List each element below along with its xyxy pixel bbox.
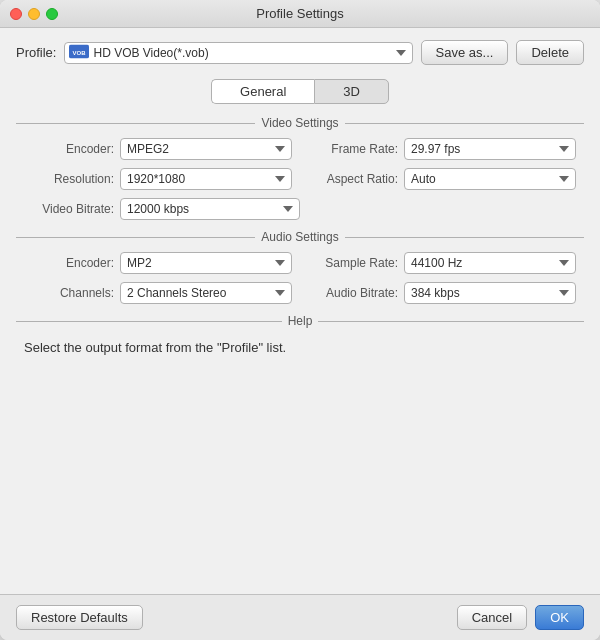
video-bitrate-select-wrap: 1000 kbps 2000 kbps 4000 kbps 8000 kbps … [120,198,300,220]
help-section-line-right [318,321,584,322]
section-line-left [16,123,255,124]
help-title: Help [288,314,313,328]
frame-rate-dropdown[interactable]: 23.976 fps 24 fps 25 fps 29.97 fps 30 fp… [404,138,576,160]
frame-rate-select-wrap: 23.976 fps 24 fps 25 fps 29.97 fps 30 fp… [404,138,576,160]
audio-encoder-row: Encoder: MP2 MP3 AAC AC3 PCM [24,252,292,274]
sample-rate-select-wrap: 22050 Hz 32000 Hz 44100 Hz 48000 Hz [404,252,576,274]
audio-bitrate-select-wrap: 64 kbps 128 kbps 192 kbps 256 kbps 320 k… [404,282,576,304]
restore-defaults-button[interactable]: Restore Defaults [16,605,143,630]
profile-select-container: VOB HD VOB Video(*.vob) [64,42,412,64]
save-as-button[interactable]: Save as... [421,40,509,65]
help-section: Help Select the output format from the "… [16,314,584,359]
video-settings-title: Video Settings [261,116,338,130]
footer-right-buttons: Cancel OK [457,605,584,630]
encoder-row: Encoder: MPEG2 MPEG4 H.264 H.265 [24,138,292,160]
aspect-ratio-select-wrap: Auto 4:3 16:9 [404,168,576,190]
aspect-ratio-row: Aspect Ratio: Auto 4:3 16:9 [308,168,576,190]
sample-rate-dropdown[interactable]: 22050 Hz 32000 Hz 44100 Hz 48000 Hz [404,252,576,274]
video-bitrate-dropdown[interactable]: 1000 kbps 2000 kbps 4000 kbps 8000 kbps … [120,198,300,220]
main-content: Profile: VOB HD VOB Video(*.vob) Save as… [0,28,600,594]
audio-settings-header: Audio Settings [16,230,584,244]
audio-settings-title: Audio Settings [261,230,338,244]
ok-button[interactable]: OK [535,605,584,630]
aspect-ratio-label: Aspect Ratio: [308,172,398,186]
channels-dropdown[interactable]: 1 Channel Mono 2 Channels Stereo 6 Chann… [120,282,292,304]
cancel-button[interactable]: Cancel [457,605,527,630]
audio-settings-section: Audio Settings Encoder: MP2 MP3 AAC AC3 … [16,230,584,304]
resolution-row: Resolution: 640*480 1280*720 1920*1080 3… [24,168,292,190]
aspect-ratio-dropdown[interactable]: Auto 4:3 16:9 [404,168,576,190]
video-bitrate-row-wrap: Video Bitrate: 1000 kbps 2000 kbps 4000 … [16,190,584,220]
traffic-lights [10,8,58,20]
resolution-select-wrap: 640*480 1280*720 1920*1080 3840*2160 [120,168,292,190]
video-settings-header: Video Settings [16,116,584,130]
title-bar: Profile Settings [0,0,600,28]
audio-bitrate-label: Audio Bitrate: [308,286,398,300]
frame-rate-row: Frame Rate: 23.976 fps 24 fps 25 fps 29.… [308,138,576,160]
resolution-dropdown[interactable]: 640*480 1280*720 1920*1080 3840*2160 [120,168,292,190]
delete-button[interactable]: Delete [516,40,584,65]
profile-dropdown[interactable]: HD VOB Video(*.vob) [64,42,412,64]
audio-settings-grid: Encoder: MP2 MP3 AAC AC3 PCM Sample Rate… [16,252,584,304]
section-line-right [345,123,584,124]
encoder-select-wrap: MPEG2 MPEG4 H.264 H.265 [120,138,292,160]
audio-bitrate-dropdown[interactable]: 64 kbps 128 kbps 192 kbps 256 kbps 320 k… [404,282,576,304]
audio-encoder-dropdown[interactable]: MP2 MP3 AAC AC3 PCM [120,252,292,274]
audio-section-line-left [16,237,255,238]
sample-rate-label: Sample Rate: [308,256,398,270]
audio-encoder-label: Encoder: [24,256,114,270]
help-header: Help [16,314,584,328]
help-section-line-left [16,321,282,322]
channels-label: Channels: [24,286,114,300]
profile-label: Profile: [16,45,56,60]
help-text: Select the output format from the "Profi… [16,336,584,359]
close-button[interactable] [10,8,22,20]
video-bitrate-row: Video Bitrate: 1000 kbps 2000 kbps 4000 … [24,198,300,220]
video-bitrate-label: Video Bitrate: [24,202,114,216]
profile-row: Profile: VOB HD VOB Video(*.vob) Save as… [16,40,584,65]
audio-section-line-right [345,237,584,238]
window: Profile Settings Profile: VOB HD VOB Vid… [0,0,600,640]
tab-general[interactable]: General [211,79,314,104]
tab-3d[interactable]: 3D [314,79,389,104]
channels-select-wrap: 1 Channel Mono 2 Channels Stereo 6 Chann… [120,282,292,304]
resolution-label: Resolution: [24,172,114,186]
sample-rate-row: Sample Rate: 22050 Hz 32000 Hz 44100 Hz … [308,252,576,274]
audio-encoder-select-wrap: MP2 MP3 AAC AC3 PCM [120,252,292,274]
tab-bar: General 3D [16,79,584,104]
frame-rate-label: Frame Rate: [308,142,398,156]
audio-bitrate-row: Audio Bitrate: 64 kbps 128 kbps 192 kbps… [308,282,576,304]
minimize-button[interactable] [28,8,40,20]
encoder-dropdown[interactable]: MPEG2 MPEG4 H.264 H.265 [120,138,292,160]
channels-row: Channels: 1 Channel Mono 2 Channels Ster… [24,282,292,304]
maximize-button[interactable] [46,8,58,20]
video-settings-section: Video Settings Encoder: MPEG2 MPEG4 H.26… [16,116,584,220]
window-title: Profile Settings [256,6,343,21]
video-settings-grid: Encoder: MPEG2 MPEG4 H.264 H.265 Frame R… [16,138,584,190]
encoder-label: Encoder: [24,142,114,156]
footer: Restore Defaults Cancel OK [0,594,600,640]
